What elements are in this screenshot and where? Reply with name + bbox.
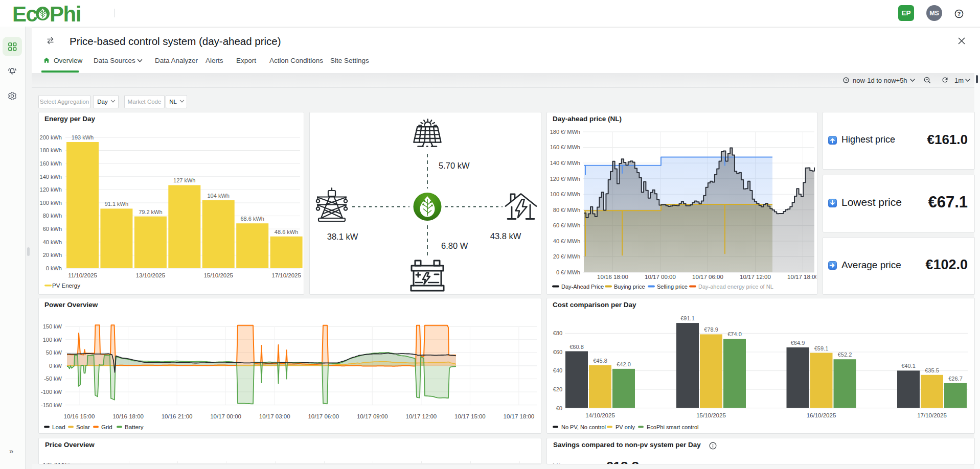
svg-text:140 €/ MWh: 140 €/ MWh <box>550 160 580 166</box>
svg-text:-150 kW: -150 kW <box>41 402 62 408</box>
svg-text:10/17 18:00: 10/17 18:00 <box>787 274 816 280</box>
svg-text:120 €/ MWh: 120 €/ MWh <box>550 176 580 182</box>
svg-text:50 kW: 50 kW <box>46 349 62 356</box>
svg-text:15/10/2025: 15/10/2025 <box>696 412 726 418</box>
svg-text:€40.1: €40.1 <box>901 363 916 369</box>
svg-text:160 €/ MWh: 160 €/ MWh <box>550 144 580 150</box>
svg-text:200 kWh: 200 kWh <box>40 134 62 140</box>
svg-text:180 kWh: 180 kWh <box>40 147 62 153</box>
svg-text:?: ? <box>958 11 961 17</box>
svg-text:10/17 06:00: 10/17 06:00 <box>308 413 339 419</box>
svg-text:€74.0: €74.0 <box>727 331 742 337</box>
svg-text:PV only: PV only <box>616 424 635 430</box>
svg-text:Day-Ahead Price: Day-Ahead Price <box>561 284 604 290</box>
svg-text:€42.0: €42.0 <box>617 361 631 367</box>
svg-text:10/16 18:00: 10/16 18:00 <box>597 274 628 280</box>
svg-text:5.70 kW: 5.70 kW <box>439 161 470 170</box>
svg-text:Load: Load <box>52 424 65 430</box>
svg-text:€60: €60 <box>553 349 562 355</box>
svg-text:10/17 12:00: 10/17 12:00 <box>406 413 437 419</box>
svg-text:10/16 15:00: 10/16 15:00 <box>64 413 95 419</box>
svg-text:Power Overview: Power Overview <box>44 301 98 309</box>
svg-text:20 kWh: 20 kWh <box>43 252 62 258</box>
svg-text:20 €/ MWh: 20 €/ MWh <box>553 253 580 260</box>
svg-text:Selling price: Selling price <box>657 284 688 290</box>
svg-text:100 kWh: 100 kWh <box>40 200 62 206</box>
svg-text:68.6 kWh: 68.6 kWh <box>240 216 264 222</box>
svg-text:60 kWh: 60 kWh <box>43 226 62 232</box>
svg-text:€35.5: €35.5 <box>925 367 939 373</box>
svg-text:100 €/ MWh: 100 €/ MWh <box>550 191 580 197</box>
svg-text:€60.8: €60.8 <box>569 344 584 350</box>
svg-text:91.1 kWh: 91.1 kWh <box>105 201 128 207</box>
svg-text:120 kWh: 120 kWh <box>40 186 62 193</box>
svg-text:0 kWh: 0 kWh <box>46 265 62 271</box>
svg-text:11/10/2025: 11/10/2025 <box>68 272 97 278</box>
svg-text:€0: €0 <box>556 405 562 411</box>
svg-text:60 €/ MWh: 60 €/ MWh <box>553 222 580 228</box>
svg-text:100 kW: 100 kW <box>43 337 62 343</box>
svg-text:10/16 21:00: 10/16 21:00 <box>162 413 193 419</box>
svg-text:40 €/ MWh: 40 €/ MWh <box>553 238 580 244</box>
svg-text:180 €/ MWh: 180 €/ MWh <box>550 129 580 135</box>
svg-text:79.2 kWh: 79.2 kWh <box>139 209 162 215</box>
svg-text:0 €/ MWh: 0 €/ MWh <box>556 269 580 275</box>
svg-text:160 kWh: 160 kWh <box>40 160 62 167</box>
svg-text:10/16 18:00: 10/16 18:00 <box>112 413 144 419</box>
svg-text:-100 kW: -100 kW <box>41 389 62 395</box>
svg-text:10/17 12:00: 10/17 12:00 <box>740 274 771 280</box>
svg-text:104 kWh: 104 kWh <box>207 193 229 199</box>
svg-text:€52.2: €52.2 <box>838 351 852 358</box>
svg-text:0 kW: 0 kW <box>49 363 62 369</box>
svg-text:Buying price: Buying price <box>614 284 645 290</box>
svg-text:€45.8: €45.8 <box>593 358 607 364</box>
svg-text:EcoPhi smart control: EcoPhi smart control <box>647 424 698 430</box>
svg-text:140 kWh: 140 kWh <box>40 174 62 180</box>
svg-text:€26.7: €26.7 <box>948 376 963 382</box>
svg-text:43.8 kW: 43.8 kW <box>490 231 521 241</box>
svg-text:€64.9: €64.9 <box>791 340 805 346</box>
svg-text:6.80 W: 6.80 W <box>441 241 468 250</box>
svg-text:40 kWh: 40 kWh <box>43 239 62 245</box>
svg-text:150 kW: 150 kW <box>43 323 62 330</box>
svg-text:127 kWh: 127 kWh <box>173 177 195 183</box>
svg-text:193 kWh: 193 kWh <box>72 134 94 140</box>
svg-text:17/10/2025: 17/10/2025 <box>917 412 947 418</box>
svg-text:10/17 00:00: 10/17 00:00 <box>645 274 676 280</box>
svg-text:PV Energy: PV Energy <box>52 283 80 289</box>
svg-text:10/17 06:00: 10/17 06:00 <box>692 274 723 280</box>
svg-text:No PV, No control: No PV, No control <box>561 424 606 430</box>
svg-text:80 €/ MWh: 80 €/ MWh <box>553 207 580 213</box>
svg-text:-50 kW: -50 kW <box>44 376 62 382</box>
svg-text:16/10/2025: 16/10/2025 <box>807 412 836 418</box>
svg-text:10/17 18:00: 10/17 18:00 <box>504 413 535 419</box>
svg-text:13/10/2025: 13/10/2025 <box>136 272 166 278</box>
svg-text:17/10/2025: 17/10/2025 <box>271 272 301 278</box>
svg-text:48.6 kWh: 48.6 kWh <box>275 229 298 235</box>
svg-text:Battery: Battery <box>125 424 144 430</box>
svg-text:Grid: Grid <box>101 424 112 430</box>
svg-text:€91.1: €91.1 <box>680 315 695 321</box>
svg-text:38.1 kW: 38.1 kW <box>327 232 358 241</box>
svg-text:Energy per Day: Energy per Day <box>44 115 96 123</box>
svg-text:Day-ahead energy price of NL: Day-ahead energy price of NL <box>698 284 773 290</box>
svg-text:10/17 00:00: 10/17 00:00 <box>210 413 241 419</box>
svg-text:€20: €20 <box>553 386 562 392</box>
svg-text:10/17 15:00: 10/17 15:00 <box>454 413 486 419</box>
svg-text:Cost comparison per Day: Cost comparison per Day <box>553 301 636 309</box>
svg-text:10/17 03:00: 10/17 03:00 <box>259 413 290 419</box>
svg-text:80 kWh: 80 kWh <box>43 213 62 219</box>
svg-text:14/10/2025: 14/10/2025 <box>585 412 615 418</box>
svg-text:€78.9: €78.9 <box>704 326 718 333</box>
svg-text:Solar: Solar <box>76 424 90 430</box>
svg-text:15/10/2025: 15/10/2025 <box>203 272 233 278</box>
svg-text:€80: €80 <box>553 330 562 336</box>
svg-text:10/17 09:00: 10/17 09:00 <box>357 413 388 419</box>
svg-text:€40: €40 <box>553 367 562 373</box>
svg-text:Day-ahead price (NL): Day-ahead price (NL) <box>553 115 622 123</box>
svg-text:€59.1: €59.1 <box>814 345 829 351</box>
